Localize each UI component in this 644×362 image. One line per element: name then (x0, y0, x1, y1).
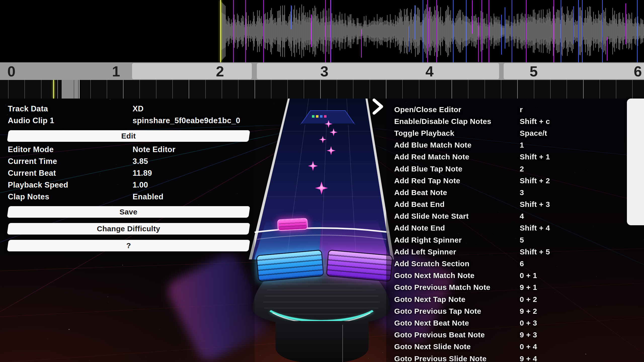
shortcut-row: Toggle PlaybackSpace/t (394, 127, 631, 139)
track-data-row: Track Data XD (8, 104, 257, 115)
shortcut-key: Shift + c (520, 117, 550, 126)
shortcuts-panel: Open/Close Editorr Enable/Disable Clap N… (394, 104, 631, 362)
audio-clip-value: spinshare_5f0eabe9de1bc_0 (133, 116, 240, 125)
shortcut-action: Add Right Spinner (394, 236, 462, 244)
current-time-value: 3.85 (133, 157, 148, 166)
shortcut-row: Add Beat EndShift + 3 (394, 199, 631, 210)
edit-button-label: Edit (121, 132, 136, 140)
change-difficulty-button[interactable]: Change Difficulty (7, 223, 250, 235)
shortcut-row: Add Blue Match Note1 (394, 139, 631, 151)
shortcut-key: 1 (520, 141, 524, 149)
help-button-label: ? (126, 241, 131, 250)
track-data-value: XD (133, 104, 144, 113)
shortcut-action: Add Blue Tap Note (394, 165, 462, 173)
shortcut-row: Add Slide Note Start4 (394, 210, 631, 222)
shortcut-action: Goto Next Beat Note (394, 319, 469, 327)
panel-expand-chevron-icon[interactable] (369, 98, 387, 116)
shortcut-key: 4 (520, 212, 524, 220)
shortcuts-scrollbar-thumb[interactable] (627, 99, 644, 225)
shortcut-row: Goto Next Tap Note0 + 2 (394, 293, 631, 305)
playback-speed-value: 1.00 (133, 180, 148, 190)
shortcut-key: 0 + 1 (520, 271, 537, 280)
playback-speed-label: Playback Speed (8, 180, 68, 190)
shortcut-key: Shift + 3 (520, 200, 550, 209)
audio-clip-row: Audio Clip 1 spinshare_5f0eabe9de1bc_0 (8, 116, 257, 127)
shortcut-row: Add Blue Tap Note2 (394, 163, 631, 175)
shortcut-row: Add Right Spinner5 (394, 234, 631, 246)
shortcut-row: Add Red Tap NoteShift + 2 (394, 175, 631, 187)
audio-clip-label: Audio Clip 1 (8, 116, 54, 125)
clap-notes-value: Enabled (133, 192, 164, 201)
shortcut-action: Add Red Match Note (394, 153, 469, 161)
clap-notes-label: Clap Notes (8, 192, 49, 201)
current-time-label: Current Time (8, 157, 57, 166)
shortcut-key: r (520, 105, 523, 114)
shortcut-action: Add Note End (394, 224, 445, 232)
shortcut-row: Add Beat Note3 (394, 187, 631, 198)
shortcut-row: Goto Next Beat Note0 + 3 (394, 317, 631, 329)
shortcut-action: Goto Previous Slide Note (394, 354, 487, 362)
shortcut-action: Goto Next Match Note (394, 271, 474, 280)
edit-button[interactable]: Edit (7, 130, 250, 142)
shortcut-action: Add Red Tap Note (394, 176, 460, 185)
shortcut-row: Goto Next Match Note0 + 1 (394, 270, 631, 282)
shortcut-row: Goto Previous Match Note9 + 1 (394, 282, 631, 293)
shortcut-row: Goto Previous Tap Note9 + 2 (394, 305, 631, 317)
change-difficulty-button-label: Change Difficulty (97, 224, 160, 233)
shortcut-row: Add Red Match NoteShift + 1 (394, 151, 631, 163)
shortcut-row: Goto Next Slide Note0 + 4 (394, 341, 631, 353)
editor-root: 0 1 2 3 4 5 6 (0, 0, 644, 362)
shortcut-action: Add Slide Note Start (394, 212, 469, 220)
track-data-label: Track Data (8, 104, 48, 113)
shortcut-key: Shift + 4 (520, 224, 550, 232)
shortcut-action: Add Scratch Section (394, 259, 469, 268)
shortcut-action: Goto Previous Tap Note (394, 307, 481, 315)
shortcut-key: 0 + 2 (520, 295, 537, 304)
save-button[interactable]: Save (7, 206, 250, 218)
shortcut-key: Shift + 1 (520, 153, 550, 161)
shortcut-row: Goto Previous Beat Note9 + 3 (394, 329, 631, 341)
current-time-row: Current Time 3.85 (8, 157, 257, 167)
current-beat-row: Current Beat 11.89 (8, 169, 257, 179)
shortcut-row: Add Left SpinnerShift + 5 (394, 246, 631, 258)
shortcut-action: Goto Next Slide Note (394, 342, 471, 351)
shortcut-action: Goto Previous Match Note (394, 283, 490, 292)
shortcut-key: 5 (520, 236, 524, 244)
editor-ui-layer: Track Data XD Audio Clip 1 spinshare_5f0… (0, 0, 644, 362)
shortcut-row: Enable/Disable Clap NotesShift + c (394, 115, 631, 127)
help-button[interactable]: ? (7, 240, 250, 251)
editor-mode-label: Editor Mode (8, 145, 54, 154)
shortcut-row: Add Scratch Section6 (394, 258, 631, 269)
shortcut-action: Goto Previous Beat Note (394, 331, 485, 339)
shortcut-row: Goto Previous Slide Note9 + 4 (394, 353, 631, 362)
shortcut-row: Add Note EndShift + 4 (394, 222, 631, 234)
shortcut-key: 3 (520, 188, 524, 197)
shortcut-key: 9 + 2 (520, 307, 537, 315)
editor-mode-value: Note Editor (133, 145, 175, 154)
shortcut-action: Open/Close Editor (394, 105, 461, 114)
current-beat-label: Current Beat (8, 169, 56, 178)
shortcut-key: Space/t (520, 129, 547, 138)
shortcut-action: Toggle Playback (394, 129, 454, 138)
editor-mode-row: Editor Mode Note Editor (8, 145, 257, 156)
shortcut-key: 9 + 1 (520, 283, 537, 292)
shortcut-action: Goto Next Tap Note (394, 295, 465, 304)
shortcut-key: 6 (520, 259, 524, 268)
shortcut-key: 2 (520, 165, 524, 173)
current-beat-value: 11.89 (133, 169, 152, 178)
shortcut-key: 0 + 3 (520, 319, 537, 327)
save-button-label: Save (119, 208, 137, 216)
clap-notes-row: Clap Notes Enabled (8, 192, 257, 203)
shortcut-action: Add Left Spinner (394, 248, 456, 256)
shortcut-action: Add Blue Match Note (394, 141, 471, 149)
shortcut-key: 0 + 4 (520, 342, 537, 351)
playback-speed-row: Playback Speed 1.00 (8, 180, 257, 191)
shortcut-key: 9 + 3 (520, 331, 537, 339)
shortcut-key: Shift + 5 (520, 248, 550, 256)
shortcut-key: 9 + 4 (520, 354, 537, 362)
shortcut-key: Shift + 2 (520, 176, 550, 185)
shortcut-action: Add Beat End (394, 200, 445, 209)
shortcut-action: Enable/Disable Clap Notes (394, 117, 491, 126)
shortcut-row: Open/Close Editorr (394, 104, 631, 115)
shortcut-action: Add Beat Note (394, 188, 447, 197)
